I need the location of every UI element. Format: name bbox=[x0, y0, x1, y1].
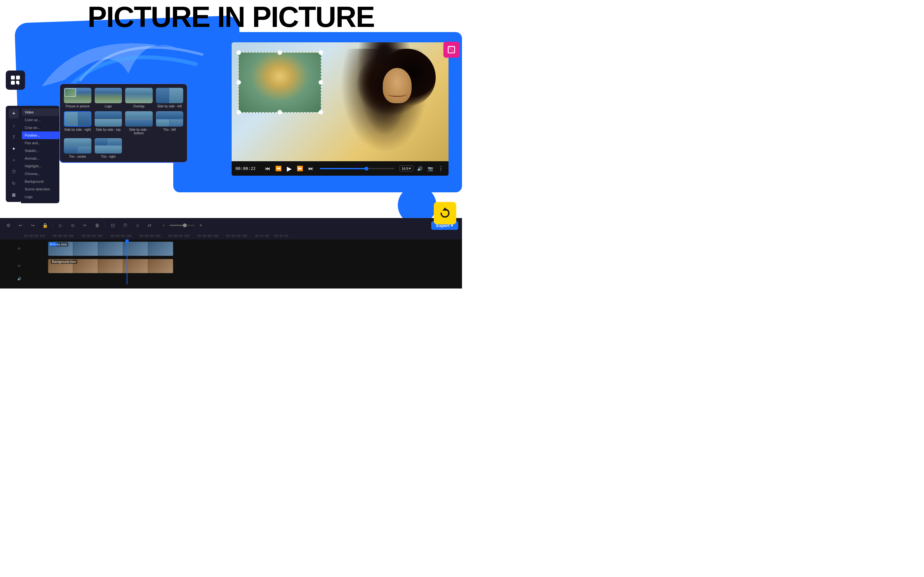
svg-rect-2 bbox=[11, 81, 15, 85]
pip-content bbox=[239, 53, 321, 112]
effects-list-item-anim[interactable]: Animati... bbox=[21, 155, 59, 162]
pip-handle-tm[interactable] bbox=[278, 50, 282, 55]
effect-pip[interactable]: Picture in picture bbox=[64, 88, 91, 108]
timeline-settings-btn[interactable]: ⚙ bbox=[4, 221, 13, 230]
svg-marker-9 bbox=[443, 207, 447, 211]
effects-list-item-crop[interactable]: Crop an... bbox=[21, 124, 59, 131]
effects-list-item-chroma[interactable]: Chroma... bbox=[21, 170, 59, 177]
pip-handle-bm[interactable] bbox=[278, 110, 282, 114]
sidebar-icon-grid[interactable]: ⊞ bbox=[9, 190, 19, 199]
aspect-ratio-btn[interactable]: 16:9 ▾ bbox=[399, 165, 413, 171]
add-button[interactable]: + bbox=[9, 108, 19, 119]
effects-list-item-logo[interactable]: Logo bbox=[21, 193, 59, 201]
sidebar-icon-magic[interactable]: ✧ bbox=[9, 156, 19, 165]
zoom-slider[interactable] bbox=[170, 225, 195, 226]
effect-trio-right[interactable]: Trio - right bbox=[95, 138, 122, 158]
effect-trio-center-label: Trio - center bbox=[69, 155, 86, 158]
progress-thumb[interactable] bbox=[365, 167, 368, 171]
timeline-toolbar: ⚙ ↩ ↪ 🔒 ▷ ⊙ ✂ 🗑 ⊡ ⏱ ♫ ⇄ − + Export ▾ bbox=[0, 218, 462, 232]
timing-btn[interactable]: ⏱ bbox=[121, 221, 129, 230]
tracks-area: 👁 fx×1 Video.mov 👁 bbox=[0, 239, 462, 284]
audio-btn[interactable]: ♫ bbox=[133, 221, 142, 230]
video-preview: 00:00:22 ⏮ ⏪ ▶ ⏩ ⏭ 16:9 ▾ 🔊 📷 ⋮ bbox=[231, 42, 449, 176]
select-btn[interactable]: ▷ bbox=[56, 221, 65, 230]
time-ruler: 00:00:00.160 00:00:00.160 00:00:00.160 0… bbox=[0, 232, 462, 239]
pip-handle-br[interactable] bbox=[318, 110, 323, 114]
fast-forward-btn[interactable]: ⏩ bbox=[296, 165, 304, 172]
effect-sbs-bottom[interactable]: Side by side - bottom bbox=[125, 111, 153, 135]
time-tick-1: 00:00:00.160 bbox=[24, 234, 53, 237]
pip-handle-ml[interactable] bbox=[236, 80, 241, 85]
pip-handle-bl[interactable] bbox=[236, 110, 241, 114]
pip-handle-tr[interactable] bbox=[318, 50, 323, 55]
effects-list-item-position[interactable]: Position... bbox=[21, 131, 59, 139]
refresh-button[interactable] bbox=[434, 202, 456, 224]
effect-trio-left[interactable]: Trio - left bbox=[156, 111, 184, 135]
time-tick-9: 00:01:00 bbox=[255, 234, 274, 237]
track-controls-audio: 🔊 bbox=[0, 276, 24, 282]
svg-rect-1 bbox=[16, 76, 20, 79]
skip-end-btn[interactable]: ⏭ bbox=[307, 165, 315, 172]
time-tick-6: 00:00:00.160 bbox=[168, 234, 197, 237]
sidebar-icon-text[interactable]: T bbox=[9, 133, 19, 142]
effects-list-item-bg[interactable]: Background bbox=[21, 177, 59, 185]
effects-list-item-video[interactable]: Video bbox=[21, 108, 59, 116]
rewind-btn[interactable]: ⏪ bbox=[274, 165, 283, 172]
grid-icon-panel[interactable] bbox=[6, 71, 25, 90]
left-sidebar: + ♪ T ✦ ✧ ⏱ ↻ ⊞ bbox=[6, 106, 22, 202]
audio-track-content bbox=[24, 276, 462, 282]
pip-handle-mr[interactable] bbox=[318, 80, 323, 85]
lock-btn[interactable]: 🔒 bbox=[40, 221, 49, 230]
progress-bar[interactable] bbox=[320, 168, 394, 169]
time-tick-8: 00:00:00.160 bbox=[226, 234, 255, 237]
effect-logo-label: Logo bbox=[105, 105, 111, 108]
screenshot-btn[interactable]: 📷 bbox=[426, 165, 435, 172]
playhead[interactable] bbox=[127, 239, 128, 284]
track-eye-audio[interactable]: 🔊 bbox=[16, 276, 22, 282]
sidebar-icon-clock[interactable]: ⏱ bbox=[9, 167, 19, 176]
effects-list-item-pan[interactable]: Pan and... bbox=[21, 139, 59, 147]
time-tick-10: 00:01:05 bbox=[274, 234, 294, 237]
sidebar-icon-music[interactable]: ♪ bbox=[9, 121, 19, 130]
more-options-btn[interactable]: ⋮ bbox=[437, 165, 445, 172]
effect-sbs-right[interactable]: Side by side - right bbox=[64, 111, 91, 135]
play-btn[interactable]: ▶ bbox=[286, 164, 293, 173]
undo-btn[interactable]: ↩ bbox=[16, 221, 25, 230]
effect-sbs-left[interactable]: Side by side - left bbox=[156, 88, 184, 108]
effect-trio-center[interactable]: Trio - center bbox=[64, 138, 91, 158]
sidebar-icon-rotate[interactable]: ↻ bbox=[9, 179, 19, 188]
effects-list-item-color[interactable]: Color ac... bbox=[21, 116, 59, 124]
effect-logo[interactable]: Logo bbox=[95, 88, 122, 108]
effects-list-item-highlight[interactable]: Highlight... bbox=[21, 162, 59, 170]
transform-btn[interactable]: ⇄ bbox=[145, 221, 154, 230]
effects-list-item-stabilize[interactable]: Stabiliz... bbox=[21, 147, 59, 155]
zoom-in-btn[interactable]: + bbox=[197, 221, 205, 229]
delete-btn[interactable]: 🗑 bbox=[93, 221, 102, 230]
cut-btn[interactable]: ✂ bbox=[81, 221, 89, 230]
volume-btn[interactable]: 🔊 bbox=[416, 165, 424, 172]
video-clip[interactable]: fx×1 Video.mov bbox=[48, 242, 173, 256]
snapping-btn[interactable]: ⊙ bbox=[68, 221, 78, 230]
crop-button[interactable] bbox=[443, 42, 459, 58]
sidebar-icon-effects[interactable]: ✦ bbox=[9, 144, 19, 153]
effect-sbs-right-label: Side by side - right bbox=[64, 128, 91, 131]
track-eye-bg[interactable]: 👁 bbox=[16, 263, 22, 269]
bg-clip[interactable]: Background.mov bbox=[48, 259, 173, 273]
skip-start-btn[interactable]: ⏮ bbox=[264, 165, 271, 172]
time-tick-2: 00:00:00.160 bbox=[53, 234, 82, 237]
effect-pip-label: Picture in picture bbox=[66, 105, 89, 108]
track-eye-video[interactable]: 👁 bbox=[16, 246, 22, 251]
effects-list-item-scene[interactable]: Scene detection bbox=[21, 185, 59, 193]
pip-overlay[interactable] bbox=[238, 52, 321, 113]
zoom-out-btn[interactable]: − bbox=[160, 221, 168, 229]
redo-btn[interactable]: ↪ bbox=[28, 221, 37, 230]
crop-tl-btn[interactable]: ⊡ bbox=[108, 221, 118, 230]
effect-overlap[interactable]: Overlap bbox=[125, 88, 153, 108]
effect-sbs-top[interactable]: Side by side - top bbox=[95, 111, 122, 135]
effect-sbs-bottom-label: Side by side - bottom bbox=[125, 128, 153, 135]
bg-clip-label: Background.mov bbox=[51, 259, 78, 264]
audio-track-row: 🔊 bbox=[0, 276, 462, 282]
effects-list-panel: Video Color ac... Crop an... Position...… bbox=[21, 106, 59, 203]
pip-handle-tl[interactable] bbox=[236, 50, 241, 55]
effects-grid-panel: Picture in picture Logo Overlap Side by … bbox=[59, 83, 188, 163]
